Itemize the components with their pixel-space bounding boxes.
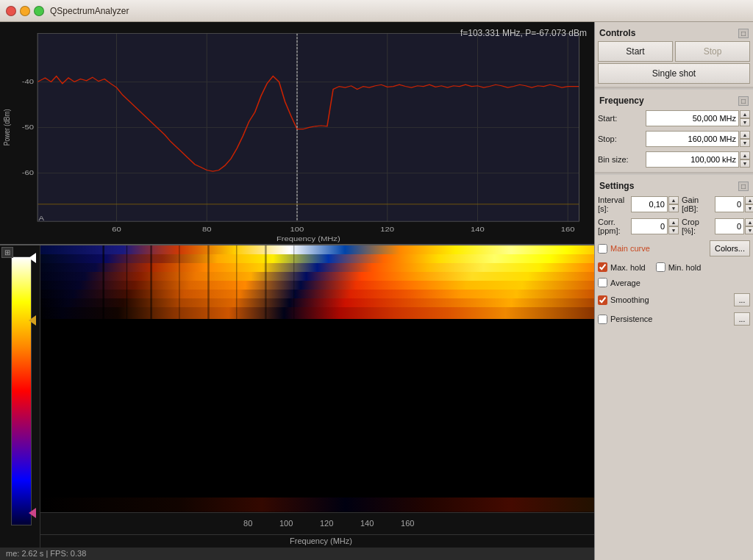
waterfall-top: [40, 245, 594, 319]
close-button[interactable]: [6, 6, 16, 16]
bin-size-up[interactable]: ▲: [740, 151, 750, 159]
freq-stop-input[interactable]: [646, 131, 739, 147]
svg-text:-50: -50: [22, 124, 35, 131]
colorbar: 0 ⊞: [0, 245, 40, 548]
smoothing-checkbox[interactable]: [598, 295, 607, 305]
chart-info: f=103.331 MHz, P=-67.073 dBm: [460, 28, 587, 38]
svg-rect-36: [126, 245, 127, 319]
colorbar-arrow-pink[interactable]: [29, 508, 36, 518]
gain-up[interactable]: ▲: [745, 196, 753, 204]
bin-size-input-wrap: ▲ ▼: [646, 151, 750, 168]
single-shot-button[interactable]: Single shot: [598, 63, 750, 84]
svg-rect-29: [40, 263, 594, 272]
svg-rect-34: [40, 307, 594, 319]
frequency-collapse-button[interactable]: □: [738, 96, 749, 106]
svg-rect-28: [40, 254, 594, 263]
bin-size-row: Bin size: ▲ ▼: [598, 151, 750, 168]
settings-section-header: Settings □: [598, 178, 750, 193]
right-panel: Controls □ Start Stop Single shot Freque…: [595, 22, 753, 560]
svg-text:140: 140: [471, 226, 485, 232]
bin-size-label: Bin size:: [598, 155, 646, 164]
interval-down[interactable]: ▼: [668, 204, 679, 212]
status-text: me: 2.62 s | FPS: 0.38: [6, 549, 86, 558]
left-panel: f=103.331 MHz, P=-67.073 dBm -40: [0, 22, 595, 560]
crop-up[interactable]: ▲: [745, 218, 753, 226]
max-hold-row: Max. hold Min. hold: [598, 262, 750, 272]
gain-down[interactable]: ▼: [745, 204, 753, 212]
smoothing-options-button[interactable]: ...: [734, 293, 750, 306]
spectrum-svg: -40 -50 -60 Power (dBm) 60 80 100 120 14…: [0, 22, 594, 244]
svg-text:-40: -40: [22, 79, 35, 85]
start-stop-row: Start Stop: [598, 41, 750, 62]
main-curve-checkbox[interactable]: [598, 244, 607, 254]
controls-section-label: Controls: [599, 28, 635, 38]
main-layout: f=103.331 MHz, P=-67.073 dBm -40: [0, 22, 753, 560]
persistence-checkbox[interactable]: [598, 315, 607, 324]
interval-spin: ▲ ▼: [668, 196, 679, 212]
svg-text:80: 80: [202, 226, 212, 232]
settings-section-label: Settings: [599, 181, 634, 191]
average-label: Average: [610, 279, 640, 287]
waterfall-section: 0 ⊞: [0, 245, 594, 548]
gain-spin: ▲ ▼: [745, 196, 753, 212]
freq-stop-label: Stop:: [598, 134, 646, 143]
svg-rect-40: [236, 245, 237, 319]
settings-collapse-button[interactable]: □: [738, 182, 749, 191]
titlebar: QSpectrumAnalyzer: [0, 0, 753, 22]
max-hold-checkbox[interactable]: [598, 262, 607, 272]
bin-size-input[interactable]: [646, 151, 739, 168]
average-checkbox[interactable]: [598, 278, 607, 287]
interval-input[interactable]: [631, 196, 668, 212]
waterfall-top-svg: [40, 245, 594, 319]
freq-start-input[interactable]: [646, 110, 739, 126]
smoothing-row: Smoothing ...: [598, 293, 750, 306]
gain-input[interactable]: [715, 196, 744, 212]
interval-gain-row: Interval [s]: ▲ ▼ Gain [dB]: ▲ ▼: [598, 194, 750, 215]
corr-down[interactable]: ▼: [668, 226, 679, 234]
minimize-button[interactable]: [20, 6, 30, 16]
waterfall-bottom-svg: [40, 319, 594, 512]
colorbar-arrow-white[interactable]: [29, 253, 36, 263]
min-hold-checkbox[interactable]: [656, 262, 665, 272]
svg-rect-43: [40, 319, 594, 512]
colorbar-gradient: [11, 256, 32, 525]
smoothing-label: Smoothing: [610, 295, 649, 304]
freq-start-down[interactable]: ▼: [740, 118, 750, 126]
corr-input[interactable]: [631, 218, 668, 234]
window-controls[interactable]: [6, 6, 44, 16]
bin-size-down[interactable]: ▼: [740, 159, 750, 168]
waterfall-expand-icon[interactable]: ⊞: [1, 247, 13, 258]
bin-size-spin: ▲ ▼: [740, 151, 750, 168]
svg-rect-33: [40, 298, 594, 307]
crop-input[interactable]: [715, 218, 744, 234]
stop-button[interactable]: Stop: [675, 41, 750, 62]
freq-stop-up[interactable]: ▲: [740, 131, 750, 139]
svg-text:100: 100: [290, 226, 304, 232]
corr-crop-row: Corr. [ppm]: ▲ ▼ Crop [%]: ▲ ▼: [598, 216, 750, 237]
colors-button[interactable]: Colors...: [710, 240, 750, 256]
waterfall-xlabel: Frequency (MHz): [40, 534, 594, 548]
waterfall-main: 80 100 120 140 160 Frequency (MHz): [40, 245, 594, 548]
waterfall-x-label: 80 100 120 140 160: [48, 519, 594, 528]
crop-down[interactable]: ▼: [745, 226, 753, 234]
freq-stop-down[interactable]: ▼: [740, 139, 750, 147]
status-bar: me: 2.62 s | FPS: 0.38: [0, 548, 594, 560]
maximize-button[interactable]: [34, 6, 44, 16]
corr-row: Corr. [ppm]: ▲ ▼: [598, 218, 679, 235]
gain-label: Gain [dB]:: [682, 195, 715, 213]
min-hold-label: Min. hold: [668, 263, 702, 272]
window-title: QSpectrumAnalyzer: [50, 6, 129, 16]
freq-start-input-wrap: ▲ ▼: [646, 110, 750, 126]
start-button[interactable]: Start: [598, 41, 673, 62]
colorbar-arrow-yellow[interactable]: [29, 315, 36, 326]
freq-start-up[interactable]: ▲: [740, 110, 750, 118]
interval-up[interactable]: ▲: [668, 196, 679, 204]
corr-up[interactable]: ▲: [668, 218, 679, 226]
svg-rect-42: [293, 245, 294, 319]
svg-rect-35: [102, 245, 104, 319]
persistence-options-button[interactable]: ...: [734, 312, 750, 326]
controls-collapse-button[interactable]: □: [738, 29, 749, 38]
svg-text:A: A: [39, 215, 45, 221]
svg-rect-32: [40, 290, 594, 298]
persistence-label: Persistence: [610, 315, 652, 323]
